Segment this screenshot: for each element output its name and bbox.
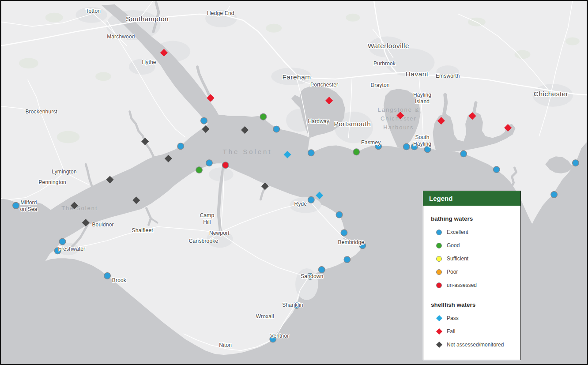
place-label: Hardway	[308, 118, 329, 124]
map-marker-excellent[interactable]	[403, 143, 410, 150]
map-marker-excellent[interactable]	[336, 211, 343, 218]
map-marker-excellent[interactable]	[318, 267, 325, 273]
place-label: Portchester	[310, 82, 338, 88]
legend-swatch-diamond	[436, 342, 442, 348]
place-label: Lymington	[52, 169, 76, 175]
place-label: Chichester	[534, 90, 569, 98]
place-label: Carisbrooke	[189, 238, 219, 244]
place-label: Portsmouth	[334, 120, 371, 128]
legend-swatch-circle	[436, 243, 442, 248]
legend-item: un-assessed	[430, 278, 520, 292]
map-viewport[interactable]: The SolentThe SolentLangstone &Chicheste…	[0, 0, 588, 365]
place-label: Havant	[406, 70, 429, 78]
map-marker-excellent[interactable]	[460, 151, 467, 157]
legend-item-label: Pass	[447, 315, 459, 321]
map-marker-excellent[interactable]	[341, 230, 347, 236]
place-label: Emsworth	[436, 73, 460, 79]
place-label: Freshwater	[58, 246, 86, 252]
map-marker-unassessed[interactable]	[222, 162, 229, 169]
legend-header: Legend	[423, 191, 520, 206]
legend-swatch-circle	[436, 256, 442, 262]
map-marker-excellent[interactable]	[206, 160, 213, 166]
water-body-label: Langstone &ChichesterHarbours	[378, 106, 419, 131]
water-body-label: The Solent	[61, 205, 98, 211]
water-body-label: The Solent	[223, 148, 272, 155]
legend-item-label: Fail	[447, 328, 455, 335]
place-label: Milfordon Sea	[20, 199, 37, 212]
place-label: HaylingIsland	[413, 92, 431, 105]
place-label: Ventnor	[270, 333, 289, 339]
map-marker-excellent[interactable]	[308, 197, 315, 203]
place-label: Shanklin	[282, 302, 303, 308]
place-label: Purbrook	[373, 60, 396, 67]
legend-swatch-circle	[436, 230, 442, 235]
legend-body: bathing watersExcellentGoodSufficientPoo…	[423, 206, 520, 351]
legend-item: Poor	[430, 265, 520, 278]
place-label: Brook	[112, 277, 126, 283]
legend-item-label: Good	[447, 242, 460, 248]
legend-item-label: Excellent	[447, 229, 468, 235]
legend-item: Fail	[430, 325, 520, 338]
legend-item: Good	[430, 239, 520, 252]
legend-item: Not assessed/monitored	[430, 338, 520, 351]
place-label: Sandown	[301, 273, 323, 279]
legend-item-label: Poor	[447, 269, 458, 275]
place-label: Newport	[209, 230, 230, 236]
legend-item-label: un-assessed	[447, 282, 477, 288]
place-label: Bembridge	[338, 239, 365, 245]
place-label: Ryde	[294, 201, 307, 207]
map-marker-good[interactable]	[196, 167, 203, 173]
map-marker-excellent[interactable]	[551, 192, 558, 198]
map-marker-excellent[interactable]	[13, 202, 19, 209]
place-label: Pennington	[38, 179, 66, 185]
place-label: SouthHayling	[413, 134, 431, 147]
map-marker-excellent[interactable]	[573, 160, 579, 166]
map-marker-excellent[interactable]	[177, 143, 184, 150]
legend-section-heading: bathing waters	[431, 215, 520, 222]
map-marker-excellent[interactable]	[494, 166, 500, 173]
legend-swatch-diamond	[436, 328, 442, 335]
map-marker-good[interactable]	[353, 149, 360, 155]
place-label: Waterlooville	[368, 42, 409, 49]
place-label: Eastney	[361, 139, 381, 146]
place-label: Marchwood	[107, 34, 135, 40]
legend-swatch-circle	[436, 282, 442, 288]
legend-item-label: Not assessed/monitored	[447, 342, 504, 348]
map-marker-excellent[interactable]	[273, 126, 280, 132]
legend-swatch-circle	[436, 269, 442, 275]
place-label: Niton	[219, 342, 232, 348]
place-label: Totton	[86, 8, 101, 14]
map-marker-excellent[interactable]	[59, 238, 66, 245]
map-marker-excellent[interactable]	[201, 117, 207, 124]
place-label: Hedge End	[207, 10, 234, 16]
legend-item-label: Sufficient	[447, 256, 468, 262]
legend-section-heading: shellfish waters	[431, 301, 520, 308]
place-label: Southampton	[126, 15, 169, 23]
place-label: Bouldnor	[92, 222, 113, 228]
place-label: Drayton	[370, 82, 389, 88]
legend-item: Pass	[430, 312, 520, 325]
place-label: Wroxall	[256, 313, 274, 320]
place-label: Hythe	[142, 59, 156, 65]
map-marker-excellent[interactable]	[308, 150, 315, 156]
map-marker-excellent[interactable]	[104, 273, 111, 279]
legend-item: Sufficient	[430, 252, 520, 265]
legend-swatch-diamond	[436, 315, 442, 321]
legend-title: Legend	[429, 195, 452, 202]
map-marker-excellent[interactable]	[344, 256, 351, 263]
place-label: Fareham	[282, 73, 311, 81]
map-marker-good[interactable]	[260, 113, 267, 120]
place-label: Brockenhurst	[25, 109, 57, 115]
place-label: Shalfleet	[132, 227, 154, 233]
legend-item: Excellent	[430, 226, 520, 239]
legend-panel: Legend bathing watersExcellentGoodSuffic…	[423, 191, 521, 360]
